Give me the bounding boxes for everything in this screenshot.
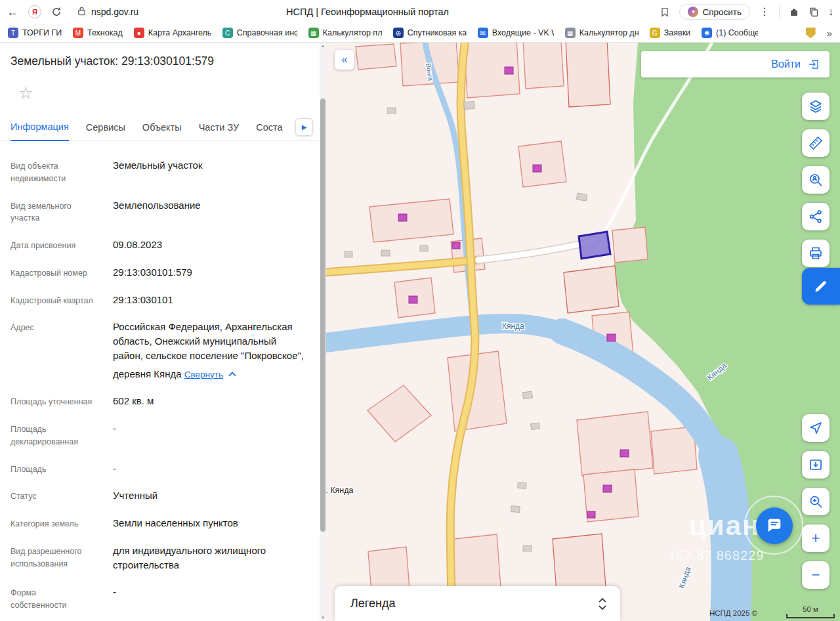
tab-parcel-parts[interactable]: Части ЗУ	[199, 122, 240, 140]
chevron-up-icon	[228, 372, 236, 377]
object-search-button[interactable]	[802, 166, 830, 194]
locate-button[interactable]	[802, 414, 830, 442]
settlement-label: д. Кянда	[326, 486, 353, 495]
bookmark-item[interactable]: ⊕Спутниковая кар	[393, 28, 467, 38]
print-button[interactable]	[802, 240, 830, 267]
tab-objects[interactable]: Объекты	[142, 122, 182, 140]
download-icon[interactable]: ↓	[828, 7, 833, 17]
field-row: Площадь декларированная-	[10, 421, 309, 448]
field-row: Площадь-	[10, 461, 309, 476]
panel-tabs: Информация Сервисы Объекты Части ЗУ Сост…	[0, 116, 320, 141]
tab-composition[interactable]: Соста	[256, 122, 282, 140]
scale-bar: 50 м	[786, 605, 835, 618]
bookmark-favicon: ✉	[478, 28, 488, 38]
tab-services[interactable]: Сервисы	[86, 122, 125, 140]
share-icon	[808, 209, 824, 225]
legend-label: Легенда	[350, 597, 395, 610]
draw-tool-button[interactable]	[802, 268, 840, 305]
watermark-id: 167 37 868229	[668, 548, 764, 563]
scrollbar-thumb[interactable]	[320, 98, 326, 532]
ask-ai-button[interactable]: ✦ Спросить	[679, 4, 750, 20]
map-attribution: НСПД 2025 ©	[709, 609, 757, 617]
bookmarks-overflow-icon[interactable]: »	[827, 28, 832, 39]
scroll-up-arrow[interactable]: ▲	[320, 44, 326, 48]
share-button[interactable]	[802, 203, 830, 230]
field-label: Адрес	[10, 320, 113, 381]
field-row: Вид земельного участкаЗемлепользование	[10, 198, 309, 225]
kebab-menu-icon[interactable]: ⋮	[759, 7, 770, 17]
bookmark-item[interactable]: ▦Калькулятор дне	[565, 28, 639, 38]
bookmark-favicon: G	[650, 28, 660, 38]
bookmark-item[interactable]: ▦Калькулятор пло	[308, 28, 382, 38]
bookmark-favicon: ✱	[702, 28, 712, 38]
field-label: Кадастровый квартал	[10, 293, 113, 307]
panel-scrollbar[interactable]: ▲ ▼	[320, 43, 326, 621]
river-label: Кянда	[502, 322, 524, 331]
field-label: Вид объекта недвижимости	[10, 158, 113, 185]
bookmark-item[interactable]: GЗаявки	[650, 28, 690, 38]
bookmark-item[interactable]: ●Карта Архангельс	[134, 28, 211, 38]
measure-ruler-button[interactable]	[802, 129, 830, 157]
selected-parcel[interactable]	[579, 232, 610, 259]
extent-button[interactable]	[802, 451, 830, 479]
field-row: Площадь уточненная602 кв. м	[10, 394, 309, 408]
field-label: Вид разрешенного использования	[10, 544, 113, 572]
field-value: Учтенный	[113, 488, 309, 503]
scroll-down-arrow[interactable]: ▼	[320, 616, 326, 620]
bookmark-favicon: ●	[134, 28, 144, 38]
ai-spark-icon: ✦	[688, 7, 698, 17]
field-value: -	[113, 421, 309, 448]
yandex-browser-icon[interactable]: Я	[28, 5, 41, 18]
parcel-info-panel: Земельный участок: 29:13:030101:579 ☆ Ин…	[0, 43, 320, 621]
back-icon[interactable]: ←	[7, 6, 18, 18]
zoom-in-button[interactable]: +	[802, 525, 830, 552]
field-value: -	[113, 461, 309, 476]
login-bar[interactable]: Войти	[641, 51, 830, 77]
field-row: Дата присвоения09.08.2023	[10, 238, 309, 252]
field-row-address: Адрес Российская Федерация, Архангельска…	[10, 320, 309, 381]
extensions-puzzle-icon[interactable]	[789, 7, 799, 17]
field-value: Земли населенных пунктов	[113, 516, 309, 530]
page-title: НСПД | Геоинформационный портал	[249, 7, 486, 17]
zoom-out-button[interactable]: −	[802, 561, 830, 589]
field-value: 29:13:030101	[113, 293, 309, 307]
field-label: Площадь уточненная	[10, 394, 113, 408]
ruler-icon	[808, 135, 824, 151]
bookmark-item[interactable]: ✉Входящие - VK W	[478, 28, 554, 38]
layers-icon	[808, 98, 824, 114]
field-value: 29:13:030101:579	[113, 265, 309, 280]
field-row: Категория земельЗемли населенных пунктов	[10, 516, 309, 530]
tabs-scroll-right-button[interactable]: ▶	[295, 118, 313, 136]
collapse-address-link[interactable]: Свернуть	[184, 368, 236, 381]
field-label: Категория земель	[10, 516, 113, 530]
bookmark-favicon: M	[73, 28, 83, 38]
address-bar[interactable]: nspd.gov.ru	[77, 6, 138, 18]
sort-chevrons-icon[interactable]	[598, 597, 607, 610]
tabs-copy-icon[interactable]	[808, 7, 819, 17]
bookmark-item[interactable]: ТТОРГИ ГИС	[8, 28, 62, 38]
favorite-star-button[interactable]: ☆	[14, 84, 37, 102]
person-search-icon	[808, 172, 824, 188]
layers-button[interactable]	[802, 93, 830, 120]
parcel-title: Земельный участок: 29:13:030101:579	[0, 43, 320, 68]
field-label: Вид земельного участка	[10, 198, 113, 225]
magnifier-plus-icon	[808, 494, 824, 509]
tab-information[interactable]: Информация	[10, 121, 69, 141]
field-label: Дата присвоения	[10, 238, 113, 252]
field-row: Вид разрешенного использованиядля индиви…	[10, 544, 309, 572]
bookmark-flag-icon[interactable]	[660, 7, 670, 18]
field-row: СтатусУчтенный	[10, 488, 309, 503]
field-row: Кадастровый номер29:13:030101:579	[10, 265, 309, 280]
field-label: Кадастровый номер	[10, 265, 113, 280]
bookmark-item[interactable]: ССправочная инфо	[222, 28, 297, 38]
field-label: Статус	[10, 488, 113, 503]
refresh-icon[interactable]	[51, 7, 62, 17]
bookmark-item[interactable]: MТехнокад	[73, 28, 123, 38]
chat-button[interactable]	[756, 507, 793, 544]
field-label: Форма собственности	[10, 585, 113, 612]
coat-of-arms-icon[interactable]	[806, 28, 816, 39]
zoom-area-button[interactable]	[802, 488, 830, 515]
legend-bar[interactable]: Легенда	[335, 586, 620, 621]
collapse-panel-button[interactable]: «	[335, 50, 354, 70]
bookmark-item[interactable]: ✱(1) Сообще	[702, 28, 758, 38]
